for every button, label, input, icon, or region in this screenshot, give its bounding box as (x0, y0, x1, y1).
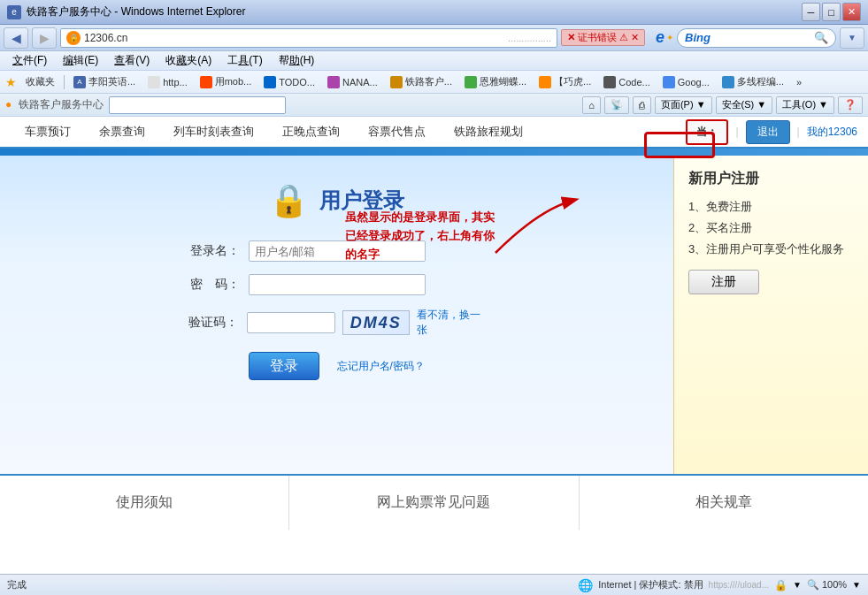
fav-label-http: http... (163, 77, 188, 88)
fav-icon-multithread (722, 76, 734, 88)
login-button-row: 登录 忘记用户名/密码？ (187, 352, 488, 380)
register-benefits-list: 1、免费注册 2、买名注册 3、注册用户可享受个性化服务 (688, 199, 854, 257)
fav-icon-mob (200, 76, 212, 88)
fav-item-enya[interactable]: 恩雅蝴蝶... (461, 74, 530, 89)
main-content: 🔒 用户登录 登录名： 密 码： 验证码： DM4S 看不清，换 (0, 156, 868, 474)
tools-menu-button[interactable]: 工具(O) ▼ (776, 96, 834, 114)
back-button[interactable]: ◀ (4, 27, 28, 49)
fav-label-enya: 恩雅蝴蝶... (480, 75, 526, 88)
nav-ticket-agent-label: 容票代售点 (368, 124, 426, 140)
quick-search-input[interactable] (109, 96, 286, 114)
fav-item-google[interactable]: Goog... (659, 75, 713, 89)
address-bar[interactable]: 🔒 12306.cn ................ (60, 28, 557, 48)
security-menu-button[interactable]: 安全(S) ▼ (716, 96, 773, 114)
globe-icon: 🌐 (578, 578, 593, 592)
address-suffix: ................ (508, 33, 551, 43)
forward-button[interactable]: ▶ (32, 27, 57, 49)
fav-item-nana[interactable]: NANA... (324, 75, 381, 89)
fav-icon-code (603, 76, 616, 88)
login-button[interactable]: 登录 (249, 352, 319, 380)
password-row: 密 码： (187, 274, 488, 295)
nav-timetable-label: 列车时刻表查询 (173, 124, 254, 140)
search-icon[interactable]: 🔍 (814, 31, 828, 44)
status-right: 🌐 Internet | 保护模式: 禁用 https:////uload...… (578, 578, 861, 592)
menu-favorites[interactable]: 收藏夹(A) (158, 52, 219, 69)
benefit-item-3: 3、注册用户可享受个性化服务 (688, 241, 854, 257)
menu-help[interactable]: 帮助(H) (272, 52, 322, 69)
nav-ticket-query[interactable]: 余票查询 (85, 117, 159, 149)
secondary-toolbar: ● 铁路客户服务中心 ⌂ 📡 ⎙ 页面(P) ▼ 安全(S) ▼ 工具(O) ▼… (0, 94, 868, 117)
nav-ticket-query-label: 余票查询 (99, 124, 145, 140)
fav-label-tiger: 【巧虎... (554, 75, 591, 88)
nav-timetable[interactable]: 列车时刻表查询 (159, 117, 268, 149)
toolbar-buttons: ⌂ 📡 ⎙ 页面(P) ▼ 安全(S) ▼ 工具(O) ▼ ❓ (582, 96, 863, 114)
title-bar: e 铁路客户服务中心 - Windows Internet Explorer ─… (0, 0, 868, 25)
nav-trip-plan[interactable]: 铁路旅程规划 (440, 117, 537, 149)
status-security-icon: 🔒 (774, 579, 787, 591)
home-button[interactable]: ⌂ (582, 96, 601, 114)
maximize-button[interactable]: □ (822, 3, 841, 21)
search-options-button[interactable]: ▼ (840, 27, 864, 49)
fav-item-todo[interactable]: TODO... (260, 75, 319, 89)
password-input[interactable] (249, 274, 426, 295)
forgot-password-link[interactable]: 忘记用户名/密码？ (337, 359, 425, 374)
menu-file[interactable]: 文件(F) (5, 52, 54, 69)
print-button[interactable]: ⎙ (633, 96, 651, 114)
help-button[interactable]: ❓ (838, 96, 863, 114)
annotation-container: 虽然显示的是登录界面，其实已经登录成功了，右上角有你的名字 (345, 209, 495, 263)
my-account-link[interactable]: 我的12306 (807, 125, 857, 140)
user-name-button[interactable]: 当： (686, 119, 728, 145)
fav-item-liyang[interactable]: A 李阳英语... (70, 74, 139, 89)
bottom-title-notice: 使用须知 (18, 493, 271, 512)
menu-view[interactable]: 查看(V) (107, 52, 157, 69)
fav-item-http[interactable]: http... (144, 75, 191, 89)
ie-logo: e ✦ (656, 28, 673, 47)
fav-item-mob[interactable]: 用mob... (196, 74, 256, 89)
annotation-text: 虽然显示的是登录界面，其实已经登录成功了，右上角有你的名字 (345, 209, 495, 263)
search-input[interactable] (714, 32, 814, 44)
captcha-refresh-link[interactable]: 看不清，换一张 (417, 308, 488, 338)
nav-ticket-agent[interactable]: 容票代售点 (354, 117, 440, 149)
nav-toolbar: ◀ ▶ 🔒 12306.cn ................ ✕ 证书错误 ⚠… (0, 25, 868, 51)
nav-separator-2: | (797, 126, 800, 138)
zoom-level: 🔍 100% (807, 579, 847, 591)
fav-item-code[interactable]: Code... (600, 75, 653, 89)
feeds-button[interactable]: 📡 (604, 96, 629, 114)
benefit-item-2: 2、买名注册 (688, 220, 854, 236)
minimize-button[interactable]: ─ (802, 3, 820, 21)
zoom-down-icon[interactable]: ▼ (852, 580, 861, 590)
password-label: 密 码： (187, 277, 240, 293)
cert-error-badge[interactable]: ✕ 证书错误 ⚠ ✕ (561, 29, 645, 46)
fav-icon-tiger (539, 76, 551, 88)
logout-button[interactable]: 退出 (746, 120, 790, 144)
close-button[interactable]: ✕ (842, 3, 861, 21)
benefit-item-1: 1、免费注册 (688, 199, 854, 215)
bottom-section-rules: 相关规章 (580, 476, 868, 530)
cert-error-text: 证书错误 (578, 31, 617, 44)
lock-icon: 🔒 (269, 182, 309, 219)
address-bar-container: 🔒 12306.cn ................ ✕ 证书错误 ⚠ ✕ e… (60, 28, 673, 48)
bottom-section-faq: 网上购票常见问题 (289, 476, 579, 530)
nav-delay-query[interactable]: 正晚点查询 (268, 117, 354, 149)
favorites-button[interactable]: 收藏夹 (22, 74, 58, 89)
captcha-label: 验证码： (187, 315, 238, 331)
page-menu-button[interactable]: 页面(P) ▼ (655, 96, 712, 114)
bottom-title-rules: 相关规章 (597, 493, 850, 512)
page-title-label: ● 铁路客户服务中心 (5, 97, 104, 112)
fav-label-mob: 用mob... (215, 75, 252, 88)
register-button[interactable]: 注册 (688, 270, 759, 294)
nav-ticket-booking[interactable]: 车票预订 (11, 117, 85, 149)
fav-item-rail[interactable]: 铁路客户... (387, 74, 456, 89)
status-bar: 完成 🌐 Internet | 保护模式: 禁用 https:////uload… (0, 574, 868, 595)
fav-separator-1 (64, 75, 65, 89)
fav-item-multithread[interactable]: 多线程编... (718, 74, 787, 89)
menu-edit[interactable]: 编辑(E) (56, 52, 105, 69)
fav-item-tiger[interactable]: 【巧虎... (535, 74, 595, 89)
fav-icon-enya (465, 76, 477, 88)
captcha-input[interactable] (247, 312, 335, 333)
nav-ticket-booking-label: 车票预订 (25, 124, 71, 140)
fav-more-button[interactable]: » (793, 76, 805, 88)
fav-label-nana: NANA... (342, 77, 378, 88)
menu-tools[interactable]: 工具(T) (220, 52, 269, 69)
status-down-icon[interactable]: ▼ (793, 580, 802, 590)
